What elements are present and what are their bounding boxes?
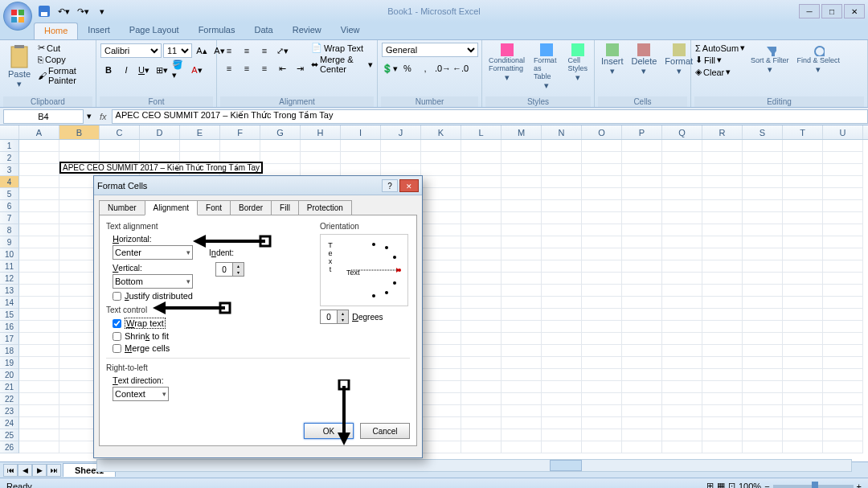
merge-cells-checkbox[interactable] xyxy=(113,344,121,353)
copy-button[interactable]: ⎘ Copy xyxy=(37,54,92,65)
fill-button[interactable]: ⬇ Fill ▾ xyxy=(694,54,746,66)
row-header-22[interactable]: 22 xyxy=(0,393,19,405)
justify-distributed-checkbox[interactable] xyxy=(113,292,121,301)
row-header-1[interactable]: 1 xyxy=(0,140,19,152)
col-header-M[interactable]: M xyxy=(502,125,542,139)
tab-formulas[interactable]: Formulas xyxy=(189,23,245,39)
wrap-text-checkbox[interactable] xyxy=(113,319,121,328)
merge-center-button[interactable]: ⬌ Merge & Center ▾ xyxy=(310,54,374,75)
sheet-nav-next-icon[interactable]: ▶ xyxy=(32,464,47,477)
zoom-out-button[interactable]: − xyxy=(764,482,769,489)
row-header-26[interactable]: 26 xyxy=(0,441,19,453)
row-header-3[interactable]: 3 xyxy=(0,164,19,176)
format-painter-button[interactable]: 🖌 Format Painter xyxy=(37,65,92,86)
row-header-11[interactable]: 11 xyxy=(0,260,19,273)
row-header-24[interactable]: 24 xyxy=(0,417,19,429)
cancel-button[interactable]: Cancel xyxy=(360,423,410,439)
decrease-indent-icon[interactable]: ⇤ xyxy=(274,60,290,76)
dialog-close-button[interactable]: ✕ xyxy=(399,179,419,192)
percent-icon[interactable]: % xyxy=(399,60,416,76)
paste-button[interactable]: Paste▾ xyxy=(3,42,35,91)
vertical-select[interactable]: Bottom xyxy=(113,274,193,289)
col-header-S[interactable]: S xyxy=(743,125,783,139)
format-table-button[interactable]: Format as Table▾ xyxy=(530,42,563,92)
sort-filter-button[interactable]: Sort & Filter▾ xyxy=(747,42,792,76)
bold-button[interactable]: B xyxy=(100,62,117,78)
cut-button[interactable]: ✂ Cut xyxy=(37,42,92,54)
office-button[interactable] xyxy=(3,2,32,31)
tab-data[interactable]: Data xyxy=(244,23,282,39)
insert-cells-button[interactable]: Insert▾ xyxy=(598,42,627,78)
tab-home[interactable]: Home xyxy=(34,23,78,39)
font-size-select[interactable]: 11 xyxy=(163,43,192,58)
degrees-spinner[interactable]: ▴▾ xyxy=(320,310,349,324)
row-header-10[interactable]: 10 xyxy=(0,248,19,260)
font-color-button[interactable]: A▾ xyxy=(189,62,205,78)
row-header-5[interactable]: 5 xyxy=(0,188,19,200)
fill-color-button[interactable]: 🪣▾ xyxy=(171,62,187,78)
namebox-dropdown-icon[interactable]: ▾ xyxy=(87,111,92,121)
horizontal-select[interactable]: Center xyxy=(113,245,193,260)
italic-button[interactable]: I xyxy=(118,62,134,78)
name-box[interactable]: B4 xyxy=(3,109,84,124)
view-pagebreak-icon[interactable]: ⊡ xyxy=(728,481,735,488)
row-header-15[interactable]: 15 xyxy=(0,309,19,321)
col-header-P[interactable]: P xyxy=(622,125,662,139)
row-header-9[interactable]: 9 xyxy=(0,236,19,248)
row-header-21[interactable]: 21 xyxy=(0,381,19,393)
sheet-nav-first-icon[interactable]: ⏮ xyxy=(3,464,18,477)
indent-spinner[interactable]: ▴▾ xyxy=(215,262,244,277)
align-center-icon[interactable]: ≡ xyxy=(239,60,255,76)
col-header-U[interactable]: U xyxy=(823,125,863,139)
col-header-L[interactable]: L xyxy=(461,125,502,139)
row-header-2[interactable]: 2 xyxy=(0,152,19,164)
dialog-tab-alignment[interactable]: Alignment xyxy=(145,200,198,215)
col-header-A[interactable]: A xyxy=(19,125,59,139)
delete-cells-button[interactable]: Delete▾ xyxy=(628,42,661,78)
sheet-nav-prev-icon[interactable]: ◀ xyxy=(18,464,32,477)
decrease-decimal-icon[interactable]: ←.0 xyxy=(452,60,469,76)
find-select-button[interactable]: Find & Select▾ xyxy=(794,42,844,76)
zoom-level[interactable]: 100% xyxy=(739,482,761,489)
col-header-T[interactable]: T xyxy=(783,125,823,139)
number-format-select[interactable]: General xyxy=(382,43,478,57)
align-middle-icon[interactable]: ≡ xyxy=(239,43,255,59)
row-header-12[interactable]: 12 xyxy=(0,273,19,285)
close-button[interactable]: ✕ xyxy=(844,4,865,18)
text-direction-select[interactable]: Context xyxy=(113,387,169,401)
align-left-icon[interactable]: ≡ xyxy=(221,60,237,76)
col-header-N[interactable]: N xyxy=(542,125,582,139)
col-header-I[interactable]: I xyxy=(341,125,381,139)
maximize-button[interactable]: □ xyxy=(821,4,842,18)
col-header-K[interactable]: K xyxy=(421,125,461,139)
col-header-Q[interactable]: Q xyxy=(662,125,702,139)
row-header-7[interactable]: 7 xyxy=(0,212,19,224)
shrink-fit-checkbox[interactable] xyxy=(113,332,121,341)
underline-button[interactable]: U▾ xyxy=(136,62,152,78)
col-header-G[interactable]: G xyxy=(260,125,301,139)
col-header-O[interactable]: O xyxy=(582,125,622,139)
conditional-formatting-button[interactable]: Conditional Formatting▾ xyxy=(485,42,529,84)
orientation-icon[interactable]: ⤢▾ xyxy=(274,43,290,59)
col-header-E[interactable]: E xyxy=(180,125,220,139)
row-header-16[interactable]: 16 xyxy=(0,321,19,333)
tab-review[interactable]: Review xyxy=(283,23,331,39)
row-header-8[interactable]: 8 xyxy=(0,224,19,236)
currency-icon[interactable]: 💲▾ xyxy=(382,60,398,76)
row-header-4[interactable]: 4 xyxy=(0,176,19,188)
undo-icon[interactable]: ↶▾ xyxy=(55,2,72,20)
increase-decimal-icon[interactable]: .0→ xyxy=(435,60,451,76)
formula-input[interactable]: APEC CEO SUMMIT 2017 – Kiến Thức Trong T… xyxy=(112,109,868,124)
dialog-help-button[interactable]: ? xyxy=(382,179,398,192)
autosum-button[interactable]: Σ AutoSum ▾ xyxy=(694,42,746,54)
comma-icon[interactable]: , xyxy=(417,60,433,76)
wrap-text-button[interactable]: 📄 Wrap Text xyxy=(310,42,374,54)
col-header-F[interactable]: F xyxy=(220,125,260,139)
fx-icon[interactable]: fx xyxy=(100,112,107,121)
tab-insert[interactable]: Insert xyxy=(78,23,120,39)
orientation-widget[interactable]: Text Text xyxy=(320,234,408,306)
horizontal-scrollbar[interactable] xyxy=(96,459,852,472)
col-header-R[interactable]: R xyxy=(702,125,743,139)
row-header-17[interactable]: 17 xyxy=(0,333,19,345)
row-header-14[interactable]: 14 xyxy=(0,297,19,309)
